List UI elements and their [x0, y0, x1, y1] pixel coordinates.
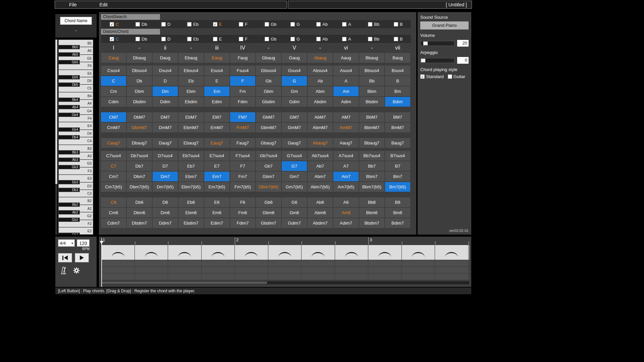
chord-Fdim7[interactable]: Fdim7 — [230, 218, 255, 228]
chord-Db7sus4[interactable]: Db7sus4 — [127, 151, 152, 161]
chord-Gdim[interactable]: Gdim — [282, 97, 307, 107]
sound-source-button[interactable]: Grand Piano — [420, 21, 469, 29]
timeline-chord-cell[interactable] — [235, 245, 268, 260]
chord-Em7(b5)[interactable]: Em7(b5) — [204, 182, 229, 192]
arpeggio-slider-thumb[interactable] — [421, 59, 425, 62]
chord-Gb6[interactable]: Gb6 — [256, 197, 281, 207]
timeline-cell[interactable] — [368, 267, 402, 274]
chord-Em[interactable]: Em — [204, 86, 229, 96]
chord-GM7[interactable]: GM7 — [282, 112, 307, 122]
timeline-cell[interactable] — [202, 267, 235, 274]
chord-A7[interactable]: A7 — [333, 161, 359, 171]
chord-Bb7[interactable]: Bb7 — [359, 161, 384, 171]
chordsearch-row-checkbox-F[interactable] — [239, 22, 243, 26]
chord-AbM7[interactable]: AbM7 — [308, 112, 333, 122]
playhead-marker-icon[interactable] — [100, 241, 104, 244]
chord-Cdim[interactable]: Cdim — [101, 97, 126, 107]
chord-B6[interactable]: B6 — [385, 197, 410, 207]
chord-B7[interactable]: B7 — [385, 161, 410, 171]
chord-Bb7sus4[interactable]: Bb7sus4 — [359, 151, 384, 161]
diatonic-row-checkbox-E[interactable] — [213, 37, 217, 41]
timeline-chord-cell[interactable] — [135, 245, 168, 260]
bpm-input[interactable]: 120 — [77, 239, 90, 247]
piano-key-Db3[interactable]: Db3 — [58, 188, 80, 192]
chord-Caug[interactable]: Caug — [101, 53, 126, 63]
chord-E7sus4[interactable]: E7sus4 — [204, 151, 229, 161]
keyboard-scrollbar[interactable] — [55, 40, 57, 235]
chord-Am7[interactable]: Am7 — [333, 172, 359, 181]
chord-Ebdim7[interactable]: Ebdim7 — [178, 218, 204, 228]
diatonic-row-checkbox-C[interactable]: ✓ — [110, 37, 114, 41]
chord-Bbaug[interactable]: Bbaug — [359, 53, 384, 63]
chord-D6[interactable]: D6 — [153, 197, 178, 207]
chord-BmM7[interactable]: BmM7 — [385, 123, 410, 132]
chord-Db6[interactable]: Db6 — [127, 197, 152, 207]
chord-Dsus4[interactable]: Dsus4 — [153, 66, 178, 75]
chord-Eb7sus4[interactable]: Eb7sus4 — [178, 151, 204, 161]
diatonic-row-checkbox-Eb[interactable] — [187, 37, 192, 41]
chord-Ddim[interactable]: Ddim — [153, 97, 178, 107]
chord-Adim7[interactable]: Adim7 — [333, 218, 359, 228]
chord-F[interactable]: F — [230, 76, 255, 86]
chord-Bbm6[interactable]: Bbm6 — [359, 208, 384, 218]
chord-Ebaug7[interactable]: Ebaug7 — [178, 138, 204, 148]
timeline-chord-cell[interactable] — [469, 245, 470, 260]
chord-F7sus4[interactable]: F7sus4 — [230, 151, 255, 161]
chord-F7[interactable]: F7 — [230, 161, 255, 171]
piano-key-Ab2[interactable]: Ab2 — [58, 210, 80, 215]
chord-GmM7[interactable]: GmM7 — [282, 123, 307, 132]
timeline-cell[interactable] — [469, 274, 470, 280]
timeline-cell[interactable] — [469, 267, 470, 274]
piano-key-Gb2[interactable]: Gb2 — [58, 218, 80, 222]
chord-Abdim7[interactable]: Abdim7 — [308, 218, 333, 228]
timeline-ruler[interactable]: 123 — [101, 237, 469, 245]
diatonic-row-checkbox-F[interactable] — [239, 37, 243, 41]
chord-Am6[interactable]: Am6 — [333, 208, 359, 218]
chord-Cm7[interactable]: Cm7 — [101, 172, 126, 181]
piano-key-Db5[interactable]: Db5 — [58, 82, 80, 87]
rewind-button[interactable] — [58, 253, 72, 262]
chord-Gm[interactable]: Gm — [282, 86, 307, 96]
chord-Dbm7[interactable]: Dbm7 — [127, 172, 152, 181]
timeline-cell[interactable] — [135, 267, 168, 274]
timeline-scrollbar[interactable] — [101, 281, 469, 284]
chord-Gbm[interactable]: Gbm — [256, 86, 281, 96]
chord-Daug7[interactable]: Daug7 — [153, 138, 178, 148]
chord-G7sus4[interactable]: G7sus4 — [282, 151, 307, 161]
chord-EmM7[interactable]: EmM7 — [204, 123, 229, 132]
chord-Fdim[interactable]: Fdim — [230, 97, 255, 107]
chord-Cm6[interactable]: Cm6 — [101, 208, 126, 218]
chord-G7[interactable]: G7 — [282, 161, 307, 171]
volume-value[interactable]: 20 — [457, 40, 469, 47]
chord-DmM7[interactable]: DmM7 — [153, 123, 178, 132]
chord-Ab7sus4[interactable]: Ab7sus4 — [308, 151, 333, 161]
time-signature-select[interactable]: 4/4 ▾ — [58, 239, 75, 247]
timeline-cell[interactable] — [402, 274, 435, 280]
chord-Ebm6[interactable]: Ebm6 — [178, 208, 204, 218]
piano-key-Ab5[interactable]: Ab5 — [58, 52, 80, 57]
chord-Gaug7[interactable]: Gaug7 — [282, 138, 307, 148]
chord-Abm7(b5)[interactable]: Abm7(b5) — [308, 182, 333, 192]
chord-FM7[interactable]: FM7 — [230, 112, 255, 122]
timeline-cell[interactable] — [235, 260, 268, 267]
chord-Ebm7(b5)[interactable]: Ebm7(b5) — [178, 182, 204, 192]
chord-DbM7[interactable]: DbM7 — [127, 112, 152, 122]
chord-Dm6[interactable]: Dm6 — [153, 208, 178, 218]
piano-key-Gb4[interactable]: Gb4 — [58, 113, 80, 117]
chordsearch-row-checkbox-A[interactable] — [342, 22, 346, 26]
piano-key-Ab3[interactable]: Ab3 — [58, 158, 80, 162]
piano-key-Gb3[interactable]: Gb3 — [58, 165, 80, 169]
arpeggio-value[interactable]: 0 — [457, 57, 469, 64]
diatonic-row-checkbox-Gb[interactable] — [265, 37, 269, 41]
chord-Abaug[interactable]: Abaug — [308, 53, 333, 63]
chord-Cdim7[interactable]: Cdim7 — [101, 218, 126, 228]
timeline-scrollbar-thumb[interactable] — [101, 282, 267, 284]
chord-Fsus4[interactable]: Fsus4 — [230, 66, 255, 75]
chord-Ab6[interactable]: Ab6 — [308, 197, 333, 207]
timeline-cell[interactable] — [335, 260, 369, 267]
timeline-cell[interactable] — [302, 274, 335, 280]
chord-Esus4[interactable]: Esus4 — [204, 66, 229, 75]
chord-CmM7[interactable]: CmM7 — [101, 123, 126, 132]
timeline-cell[interactable] — [268, 260, 302, 267]
chord-GbmM7[interactable]: GbmM7 — [256, 123, 281, 132]
